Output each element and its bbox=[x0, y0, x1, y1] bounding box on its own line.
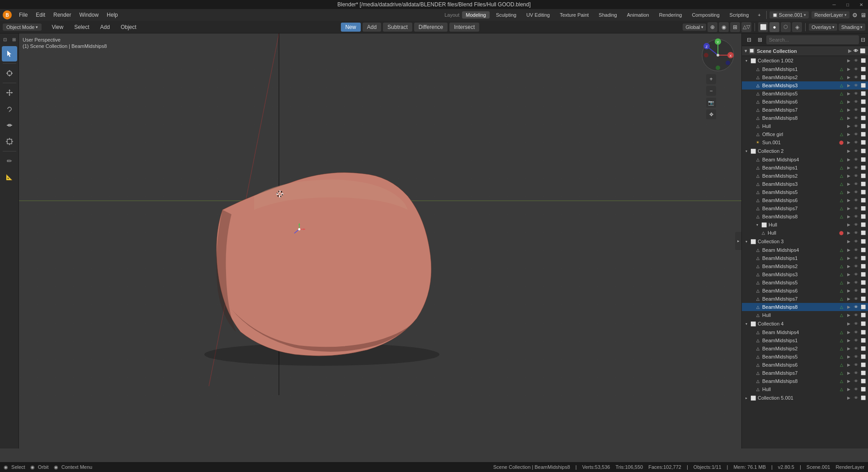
menu-edit[interactable]: Edit bbox=[32, 11, 49, 19]
scale-tool[interactable] bbox=[2, 118, 17, 133]
view-menu[interactable]: View bbox=[47, 23, 68, 32]
shading-tab-header[interactable]: Shading bbox=[595, 11, 620, 19]
item-bm8-c4[interactable]: △ BeamMidships8 △ ▶ 👁 ⬜ bbox=[742, 377, 868, 385]
menu-window[interactable]: Window bbox=[75, 11, 102, 19]
outliner-panel-icon[interactable]: ⊞ bbox=[755, 35, 764, 44]
scripting-tab-header[interactable]: Scripting bbox=[726, 11, 753, 19]
item-beammidships1-c2[interactable]: △ BeamMidships1 △ ▶ 👁 ⬜ bbox=[742, 164, 868, 172]
item-beammidships3-c1[interactable]: △ BeamMidships3 △ ▶ 👁 ⬜ bbox=[742, 81, 868, 90]
viewport-display-icon[interactable]: 🖥 bbox=[860, 12, 866, 19]
rendered-shading[interactable]: ◈ bbox=[792, 22, 802, 32]
item-beammidships4-c2[interactable]: △ Beam Midships4 △ ▶ 👁 ⬜ bbox=[742, 156, 868, 164]
item-hull-mesh-c2[interactable]: △ Hull ⬤ ▶ 👁 ⬜ bbox=[742, 229, 868, 237]
item-bm2-c3[interactable]: △ BeamMidships2 △ ▶ 👁 ⬜ bbox=[742, 262, 868, 270]
item-hull-c4[interactable]: △ Hull △ ▶ 👁 ⬜ bbox=[742, 385, 868, 393]
item-officegirl-c1[interactable]: △ Office girl △ ▶ 👁 ⬜ bbox=[742, 130, 868, 138]
animation-tab-header[interactable]: Animation bbox=[623, 11, 653, 19]
texture-paint-tab-header[interactable]: Texture Paint bbox=[556, 11, 592, 19]
collection-2-header[interactable]: ▾ ⬜ Collection 2 ▶ 👁 ⬜ bbox=[742, 146, 868, 156]
item-bm7-c3[interactable]: △ BeamMidships7 △ ▶ 👁 ⬜ bbox=[742, 295, 868, 303]
menu-file[interactable]: File bbox=[15, 11, 31, 19]
zoom-out-button[interactable]: − bbox=[706, 86, 716, 96]
wireframe-shading[interactable]: ⬜ bbox=[758, 22, 768, 32]
compositing-tab-header[interactable]: Compositing bbox=[688, 11, 723, 19]
object-mode-icon[interactable]: ⊡ bbox=[1, 35, 9, 43]
render-layer-selector[interactable]: RenderLayer ▾ bbox=[811, 11, 849, 19]
add-button[interactable]: Add bbox=[363, 23, 381, 32]
snap-toggle[interactable]: ⊕ bbox=[708, 22, 717, 32]
item-beammidships7-c2[interactable]: △ BeamMidships7 △ ▶ 👁 ⬜ bbox=[742, 204, 868, 212]
viewport-panels-icon[interactable]: ⊞ bbox=[10, 35, 18, 43]
item-beammidships6-c2[interactable]: △ BeamMidships6 △ ▶ 👁 ⬜ bbox=[742, 196, 868, 204]
sculpting-tab-header[interactable]: Sculpting bbox=[492, 11, 520, 19]
object-menu[interactable]: Object bbox=[116, 23, 141, 32]
menu-help[interactable]: Help bbox=[103, 11, 122, 19]
outliner-type-icon[interactable]: ⊟ bbox=[745, 35, 754, 44]
collection-4-header[interactable]: ▾ ⬜ Collection 4 ▶ 👁 ⬜ bbox=[742, 319, 868, 328]
item-bm2-c4[interactable]: △ BeamMidships2 △ ▶ 👁 ⬜ bbox=[742, 345, 868, 353]
outliner-search-input[interactable] bbox=[766, 35, 859, 44]
coll1-restrict[interactable]: ▶ bbox=[845, 57, 852, 64]
item-beammidships2-c2[interactable]: △ BeamMidships2 △ ▶ 👁 ⬜ bbox=[742, 172, 868, 180]
scene-coll-camera[interactable]: ⬜ bbox=[860, 48, 865, 53]
solid-shading[interactable]: ● bbox=[769, 22, 779, 32]
item-beammidships5-c1[interactable]: △ BeamMidships5 △ ▶ 👁 ⬜ bbox=[742, 90, 868, 98]
transform-pivot[interactable]: ⊞ bbox=[730, 22, 740, 32]
item-beam4-c3[interactable]: △ Beam Midships4 △ ▶ 👁 ⬜ bbox=[742, 246, 868, 254]
scene-selector[interactable]: 🔲 Scene.001 ▾ bbox=[769, 11, 809, 19]
maximize-button[interactable]: □ bbox=[841, 0, 854, 9]
coll1-cam[interactable]: ⬜ bbox=[860, 57, 866, 64]
item-bm6-c4[interactable]: △ BeamMidships6 △ ▶ 👁 ⬜ bbox=[742, 361, 868, 369]
item-beammidships3-c2[interactable]: △ BeamMidships3 △ ▶ 👁 ⬜ bbox=[742, 180, 868, 188]
intersect-button[interactable]: Intersect bbox=[449, 23, 479, 32]
scene-coll-eye[interactable]: 👁 bbox=[854, 48, 858, 53]
coll1-eye[interactable]: 👁 bbox=[853, 57, 859, 64]
item-beammidships8-c1[interactable]: △ BeamMidships8 △ ▶ 👁 ⬜ bbox=[742, 114, 868, 122]
camera-view-button[interactable]: 📷 bbox=[706, 98, 716, 108]
select-tool[interactable] bbox=[2, 46, 17, 61]
select-menu[interactable]: Select bbox=[70, 23, 94, 32]
item-hull-c1[interactable]: △ Hull ▶ 👁 ⬜ bbox=[742, 122, 868, 130]
rendering-tab-header[interactable]: Rendering bbox=[656, 11, 686, 19]
menu-render[interactable]: Render bbox=[50, 11, 75, 19]
item-sun001-c1[interactable]: ☀ Sun.001 ⬤ ▶ 👁 ⬜ bbox=[742, 138, 868, 146]
close-button[interactable]: ✕ bbox=[854, 0, 868, 9]
item-beammidships6-c1[interactable]: △ BeamMidships6 △ ▶ 👁 ⬜ bbox=[742, 98, 868, 106]
item-hull-c3[interactable]: △ Hull △ ▶ 👁 ⬜ bbox=[742, 311, 868, 319]
item-bm3-c3[interactable]: △ BeamMidships3 △ ▶ 👁 ⬜ bbox=[742, 270, 868, 278]
item-beam4-c4[interactable]: △ Beam Midships4 △ ▶ 👁 ⬜ bbox=[742, 328, 868, 336]
overlays-button[interactable]: Overlays ▾ bbox=[809, 24, 837, 31]
item-hull-coll-c2[interactable]: ▾ ⬜ Hull ▶ 👁 ⬜ bbox=[742, 221, 868, 229]
add-menu[interactable]: Add bbox=[96, 23, 114, 32]
item-bm1-c4[interactable]: △ BeamMidships1 △ ▶ 👁 ⬜ bbox=[742, 336, 868, 345]
cursor-tool[interactable] bbox=[2, 66, 17, 81]
item-bm7-c4[interactable]: △ BeamMidships7 △ ▶ 👁 ⬜ bbox=[742, 369, 868, 377]
item-beammidships7-c1[interactable]: △ BeamMidships7 △ ▶ 👁 ⬜ bbox=[742, 106, 868, 114]
pan-button[interactable]: ✥ bbox=[706, 109, 716, 119]
uv-editing-tab-header[interactable]: UV Editing bbox=[523, 11, 553, 19]
navigation-gizmo[interactable]: Y X Z bbox=[700, 37, 736, 73]
viewport-global-selector[interactable]: Global ▾ bbox=[683, 24, 706, 31]
subtract-button[interactable]: Subtract bbox=[383, 23, 412, 32]
item-bm1-c3[interactable]: △ BeamMidships1 △ ▶ 👁 ⬜ bbox=[742, 254, 868, 262]
annotate-tool[interactable]: ✏ bbox=[2, 153, 17, 169]
collection-5-001-header[interactable]: ▸ ⬜ Collection 5.001 ▶ 👁 ⬜ bbox=[742, 393, 868, 402]
move-tool[interactable] bbox=[2, 85, 17, 100]
collection-3-header[interactable]: ▾ ⬜ Collection 3 ▶ 👁 ⬜ bbox=[742, 237, 868, 246]
material-shading[interactable]: ⬡ bbox=[781, 22, 791, 32]
collapse-right-panel[interactable]: ▸ bbox=[735, 232, 741, 250]
proportional-edit[interactable]: ◉ bbox=[719, 22, 729, 32]
transform-tool[interactable] bbox=[2, 134, 17, 149]
add-workspace-btn[interactable]: + bbox=[755, 11, 763, 19]
zoom-in-button[interactable]: + bbox=[706, 74, 716, 84]
rotate-tool[interactable] bbox=[2, 101, 17, 117]
shading-button[interactable]: Shading ▾ bbox=[839, 24, 865, 31]
3d-viewport[interactable]: User Perspective (1) Scene Collection | … bbox=[19, 33, 741, 448]
individual-origins[interactable]: △▽ bbox=[741, 22, 751, 32]
collection-1-002-header[interactable]: ▾ ⬜ Collection 1.002 ▶ 👁 ⬜ bbox=[742, 56, 868, 65]
item-bm8-c3-active[interactable]: △ BeamMidships8 △ ▶ 👁 ⬜ bbox=[742, 303, 868, 311]
measure-tool[interactable]: 📐 bbox=[2, 170, 17, 185]
minimize-button[interactable]: ─ bbox=[827, 0, 841, 9]
difference-button[interactable]: Difference bbox=[414, 23, 448, 32]
outliner-filter-icon[interactable]: ⊟ bbox=[861, 37, 865, 43]
